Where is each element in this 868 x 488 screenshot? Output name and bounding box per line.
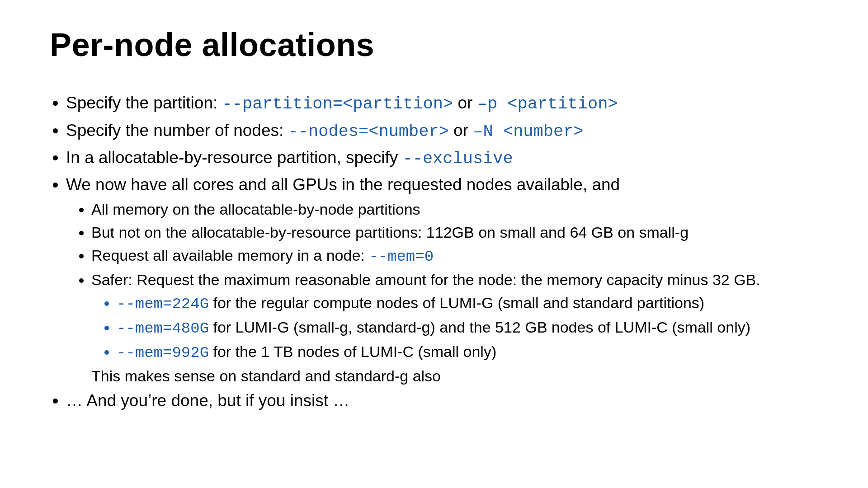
text: … And you’re done, but if you insist …: [66, 391, 349, 410]
text: or: [449, 121, 473, 140]
bullet-item: Request all available memory in a node: …: [91, 244, 818, 268]
code: --mem=224G: [117, 296, 209, 313]
bullet-item: We now have all cores and all GPUs in th…: [66, 172, 818, 387]
bullet-list: --mem=224G for the regular compute nodes…: [91, 291, 818, 365]
text: for LUMI-G (small-g, standard-g) and the…: [209, 319, 750, 336]
text: All memory on the allocatable-by-node pa…: [91, 201, 420, 218]
code: --exclusive: [402, 149, 513, 168]
bullet-item: --mem=480G for LUMI-G (small-g, standard…: [117, 316, 818, 340]
code: –N <number>: [473, 122, 583, 141]
code: --mem=992G: [117, 344, 209, 361]
bullet-item: In a allocatable-by-resource partition, …: [66, 145, 818, 172]
code: –p <partition>: [477, 94, 618, 113]
bullet-item: Safer: Request the maximum reasonable am…: [91, 268, 818, 388]
text: But not on the allocatable-by-resource p…: [91, 224, 689, 241]
bullet-list: All memory on the allocatable-by-node pa…: [66, 198, 818, 388]
text: Safer: Request the maximum reasonable am…: [91, 271, 760, 288]
text: Specify the partition:: [66, 94, 222, 112]
text: Specify the number of nodes:: [66, 121, 288, 140]
code: --mem=0: [369, 248, 434, 265]
bullet-item: --mem=992G for the 1 TB nodes of LUMI-C …: [117, 340, 818, 365]
slide: Per-node allocations Specify the partiti…: [0, 0, 868, 488]
text: or: [453, 94, 477, 112]
text: Request all available memory in a node:: [91, 247, 369, 264]
bullet-list: Specify the partition: --partition=<part…: [50, 90, 818, 413]
text: for the regular compute nodes of LUMI-G …: [209, 294, 704, 311]
bullet-item: Specify the number of nodes: --nodes=<nu…: [66, 117, 818, 145]
bullet-item: Specify the partition: --partition=<part…: [66, 90, 818, 117]
code: --nodes=<number>: [288, 122, 449, 141]
text: This makes sense on standard and standar…: [91, 365, 818, 388]
bullet-item: --mem=224G for the regular compute nodes…: [117, 291, 818, 316]
text: We now have all cores and all GPUs in th…: [66, 175, 620, 194]
slide-title: Per-node allocations: [50, 27, 818, 63]
text: In a allocatable-by-resource partition, …: [66, 148, 402, 167]
code: --mem=480G: [117, 320, 209, 337]
code: --partition=<partition>: [222, 94, 453, 113]
bullet-item: But not on the allocatable-by-resource p…: [91, 221, 818, 244]
bullet-item: All memory on the allocatable-by-node pa…: [91, 198, 818, 221]
bullet-item: … And you’re done, but if you insist …: [66, 388, 818, 413]
text: for the 1 TB nodes of LUMI-C (small only…: [209, 343, 496, 360]
